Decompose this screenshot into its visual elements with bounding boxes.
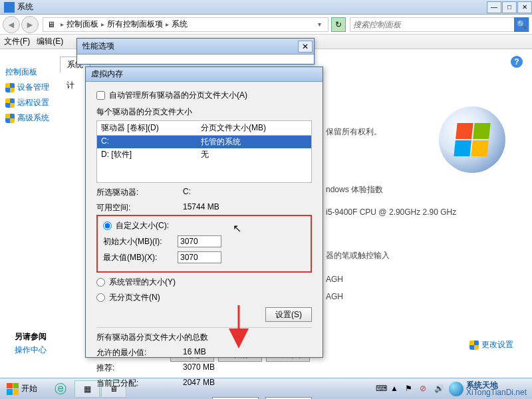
link-device-manager[interactable]: 设备管理 [5,82,65,93]
breadcrumb[interactable]: 🖥 ▸ 控制面板 ▸ 所有控制面板项 ▸ 系统 ▾ [43,17,329,32]
windows-flag-icon [7,383,19,395]
totals-title: 所有驱动器分页文件大小的总数 [96,332,312,343]
col-drive: 驱动器 [卷标](D) [101,122,201,134]
wei-label: ndows 体验指数 [326,184,525,196]
maximize-button[interactable]: □ [502,1,517,13]
perf-titlebar[interactable]: 性能选项 ✕ [77,39,314,55]
selected-drive-value: C: [183,187,191,198]
action-center-link[interactable]: 操作中心 [15,344,47,356]
main-titlebar[interactable]: 系统 — □ ✕ [0,0,532,15]
menu-edit[interactable]: 编辑(E) [37,36,63,47]
watermark: 系统天地XiTongTianDi.net [449,382,527,396]
windows-logo [439,106,505,173]
highlight-box: 自定义大小(C): 初始大小(MB)(I): 最大值(MB)(X): [96,215,312,273]
tab-computer[interactable]: 计 [66,80,74,91]
start-button[interactable]: 开始 [0,378,44,400]
tray-volume-icon[interactable]: 🔊 [434,384,445,394]
shield-icon [5,98,15,108]
pen-value: 器的笔或触控输入 [326,250,525,261]
auto-manage-checkbox[interactable] [96,91,105,100]
crumb-system[interactable]: 系统 [172,19,188,30]
sidebar: 控制面板 设备管理 远程设置 高级系统 [5,66,65,128]
crumb-control-panel[interactable]: 控制面板 [66,19,98,30]
totals-group: 所有驱动器分页文件大小的总数 允许的最小值:16 MB 推荐:3070 MB 当… [96,327,312,389]
no-paging-label: 无分页文件(N) [109,292,160,303]
tray-action-icon[interactable]: ⚑ [405,384,416,394]
max-size-input[interactable] [178,251,221,263]
initial-size-input[interactable] [178,235,221,247]
forward-button[interactable]: ► [21,16,39,33]
perf-title: 性能选项 [82,41,114,52]
cpu-value: i5-9400F CPU @ 2.90GHz 2.90 GHz [326,207,525,217]
close-button[interactable]: ✕ [517,1,532,13]
drive-row-c[interactable]: C: 托管的系统 [97,136,311,148]
system-managed-radio[interactable] [96,278,105,287]
search-input[interactable] [350,20,514,29]
system-tray: ⌨ ▲ ⚑ ⊘ 🔊 系统天地XiTongTianDi.net [376,382,532,396]
auto-manage-label: 自动管理所有驱动器的分页文件大小(A) [109,90,247,101]
tray-up-icon[interactable]: ▲ [390,384,401,394]
drive-list[interactable]: C: 托管的系统 D: [软件] 无 [96,135,312,183]
performance-options-dialog: 性能选项 ✕ [76,38,315,65]
taskbar-app-browser[interactable]: ⓔ [48,380,73,398]
perf-close-button[interactable]: ✕ [298,41,313,53]
refresh-button[interactable]: ↻ [331,17,346,32]
per-drive-label: 每个驱动器的分页文件大小 [96,106,312,118]
cursor-icon: ↖ [233,222,241,235]
vm-titlebar[interactable]: 虚拟内存 [86,67,323,82]
tray-keyboard-icon[interactable]: ⌨ [376,384,386,394]
search-go-button[interactable]: 🔍 [514,17,529,32]
available-label: 可用空间: [96,202,183,213]
max-size-label: 最大值(MB)(X): [103,252,178,263]
selected-drive-label: 所选驱动器: [96,187,183,198]
link-advanced-system[interactable]: 高级系统 [5,112,65,124]
custom-size-label: 自定义大小(C): [116,220,169,231]
shield-icon [469,340,479,350]
see-also-heading: 另请参阅 [15,331,47,342]
available-value: 15744 MB [183,202,219,213]
shield-icon [5,83,15,92]
back-button[interactable]: ◄ [3,16,20,33]
change-settings-link[interactable]: 更改设置 [469,339,513,350]
link-control-panel[interactable]: 控制面板 [5,66,65,78]
no-paging-radio[interactable] [96,293,105,302]
drive-row-d[interactable]: D: [软件] 无 [97,148,311,161]
crumb-all-items[interactable]: 所有控制面板项 [107,19,163,30]
system-info-panel: 保留所有权利。 ndows 体验指数 i5-9400F CPU @ 2.90GH… [326,60,525,313]
link-remote-settings[interactable]: 远程设置 [5,97,65,108]
minimize-button[interactable]: — [487,1,501,13]
system-icon [4,2,15,13]
system-managed-label: 系统管理的大小(Y) [109,277,176,288]
set-button[interactable]: 设置(S) [265,307,312,322]
drive-list-header: 驱动器 [卷标](D) 分页文件大小(MB) [96,120,312,135]
custom-size-radio[interactable] [103,221,112,230]
start-label: 开始 [21,383,37,394]
tray-network-icon[interactable]: ⊘ [420,384,430,394]
globe-icon [449,382,464,396]
col-size: 分页文件大小(MB) [201,122,266,134]
vm-title: 虚拟内存 [91,68,123,80]
menu-file[interactable]: 文件(F) [4,36,30,47]
main-title: 系统 [17,1,33,13]
shield-icon [5,114,15,123]
agh2: AGH [326,292,525,301]
virtual-memory-dialog: 虚拟内存 自动管理所有驱动器的分页文件大小(A) 每个驱动器的分页文件大小 驱动… [85,66,323,358]
navbar: ◄ ► 🖥 ▸ 控制面板 ▸ 所有控制面板项 ▸ 系统 ▾ ↻ 🔍 [0,15,532,35]
search-box[interactable]: 🔍 [350,17,529,32]
arrow-annotation [229,302,249,350]
agh1: AGH [326,275,525,284]
initial-size-label: 初始大小(MB)(I): [103,236,178,247]
